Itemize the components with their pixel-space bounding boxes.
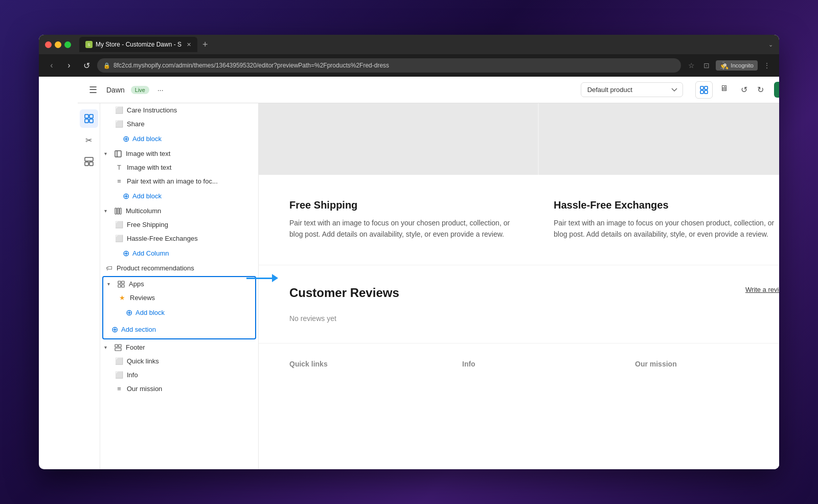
svg-rect-1 — [705, 86, 708, 89]
add-block-button-1[interactable]: ⊕ Add block — [100, 131, 258, 147]
title-bar: S My Store - Customize Dawn - S ✕ + ⌄ — [39, 35, 779, 54]
svg-rect-18 — [118, 285, 121, 287]
split-view-icon[interactable]: ⊡ — [700, 59, 713, 72]
browser-actions: ☆ ⊡ 🕵 Incognito ⋮ — [685, 59, 773, 72]
image-with-text-icon — [113, 150, 123, 157]
footer-icon — [113, 344, 123, 351]
nav-reload-button[interactable]: ↺ — [80, 59, 93, 72]
svg-rect-6 — [85, 119, 88, 123]
svg-rect-7 — [89, 119, 93, 123]
free-shipping-item[interactable]: ⬜ Free Shipping — [100, 218, 258, 232]
chevron-down-icon-2: ▾ — [104, 208, 110, 214]
svg-rect-13 — [115, 208, 117, 214]
preview-reviews-section: Customer Reviews Write a review No revie… — [259, 265, 779, 343]
svg-rect-14 — [118, 208, 119, 214]
close-button[interactable] — [45, 41, 52, 48]
preview-product-images — [259, 103, 779, 175]
chevron-down-icon-3: ▾ — [107, 281, 113, 287]
svg-rect-8 — [85, 157, 93, 161]
preview-content: Free Shipping Pair text with an image to… — [259, 103, 779, 469]
svg-rect-10 — [89, 162, 93, 166]
svg-rect-3 — [705, 90, 708, 94]
share-item[interactable]: ⬜ Share — [100, 117, 258, 131]
footer-info: Info — [462, 360, 615, 368]
desktop-view-button[interactable]: 🖥 — [717, 81, 731, 96]
add-column-button[interactable]: ⊕ Add Column — [100, 245, 258, 261]
sections-grid-icon[interactable] — [695, 81, 713, 99]
pair-text-item[interactable]: ≡ Pair text with an image to foc... — [100, 174, 258, 188]
our-mission-item[interactable]: ≡ Our mission — [100, 382, 258, 396]
footer-section[interactable]: ▾ Footer — [100, 340, 258, 354]
view-controls: 🖥 — [695, 81, 731, 99]
tab-close-icon[interactable]: ✕ — [187, 41, 191, 48]
bookmark-icon[interactable]: ☆ — [685, 59, 697, 72]
quick-links-item[interactable]: ⬜ Quick links — [100, 354, 258, 368]
app-toolbar: ☰ Dawn Live ··· Default product 🖥 ↺ ↻ Sa… — [78, 77, 779, 103]
write-review-link[interactable]: Write a review — [745, 286, 779, 293]
add-panel-button[interactable] — [80, 152, 98, 171]
section-icon-5: ⬜ — [115, 357, 124, 365]
multicolumn-section[interactable]: ▾ Multicolumn — [100, 204, 258, 218]
active-tab[interactable]: S My Store - Customize Dawn - S ✕ — [79, 37, 197, 52]
browser-menu-button[interactable]: ⋮ — [761, 59, 773, 72]
hassle-free-title: Hassle-Free Exchanges — [554, 199, 779, 211]
tab-area: S My Store - Customize Dawn - S ✕ + ⌄ — [79, 37, 773, 52]
svg-rect-21 — [119, 345, 121, 347]
footer-our-mission: Our mission — [635, 360, 779, 368]
section-icon: ⬜ — [115, 120, 124, 128]
theme-label: Dawn — [106, 86, 125, 94]
maximize-button[interactable] — [64, 41, 71, 48]
preview-image-col-2 — [539, 103, 779, 175]
svg-rect-4 — [85, 114, 88, 118]
preview-image-col-1 — [259, 103, 538, 175]
svg-rect-22 — [115, 348, 121, 351]
nav-forward-button[interactable]: › — [62, 59, 76, 72]
care-instructions-item[interactable]: ⬜ Care Instructions — [100, 103, 258, 117]
svg-rect-15 — [120, 208, 121, 214]
hassle-free-item[interactable]: ⬜ Hassle-Free Exchanges — [100, 232, 258, 245]
reviews-item[interactable]: ★ Reviews — [103, 291, 255, 305]
traffic-lights — [45, 41, 71, 48]
address-bar: ‹ › ↺ 🔒 8fc2cd.myshopify.com/admin/theme… — [39, 54, 779, 77]
info-item[interactable]: ⬜ Info — [100, 368, 258, 382]
blue-arrow-indicator — [246, 274, 278, 282]
preview-area[interactable]: Free Shipping Pair text with an image to… — [259, 103, 779, 469]
image-with-text-item[interactable]: T Image with text — [100, 161, 258, 174]
lines-icon: ≡ — [115, 177, 124, 185]
nav-back-button[interactable]: ‹ — [45, 59, 58, 72]
sections-panel: ⬜ Care Instructions ⬜ Share ⊕ Add block … — [100, 103, 259, 469]
arrow-line — [246, 278, 272, 279]
svg-rect-5 — [89, 114, 93, 118]
add-block-button-3[interactable]: ⊕ Add block — [103, 305, 255, 320]
apps-section[interactable]: ▾ Apps — [103, 277, 255, 291]
customize-panel-button[interactable]: ✂ — [80, 131, 98, 149]
undo-button[interactable]: ↺ — [737, 83, 752, 97]
reviews-header: Customer Reviews Write a review — [289, 286, 779, 308]
no-reviews-text: No reviews yet — [289, 314, 779, 323]
tab-overflow-icon[interactable]: ⌄ — [768, 41, 773, 48]
plus-icon-4: ⊕ — [126, 308, 132, 317]
plus-icon: ⊕ — [123, 134, 129, 144]
minimize-button[interactable] — [55, 41, 61, 48]
svg-rect-20 — [115, 345, 118, 347]
save-button[interactable]: Save — [774, 82, 779, 98]
sidebar-toggle-button[interactable]: ☰ — [86, 83, 100, 97]
product-selector[interactable]: Default product — [581, 82, 683, 97]
sections-panel-button[interactable] — [80, 109, 98, 128]
free-shipping-title: Free Shipping — [289, 199, 523, 211]
plus-circle-icon: ⊕ — [111, 325, 118, 334]
more-options-button[interactable]: ··· — [155, 84, 166, 96]
preview-free-shipping: Free Shipping Pair text with an image to… — [289, 199, 523, 240]
url-bar[interactable]: 🔒 8fc2cd.myshopify.com/admin/themes/1364… — [97, 58, 681, 73]
add-block-button-2[interactable]: ⊕ Add block — [100, 188, 258, 204]
new-tab-button[interactable]: + — [199, 38, 211, 51]
multicolumn-icon — [113, 208, 123, 215]
undo-redo-controls: ↺ ↻ — [737, 83, 768, 97]
image-with-text-section[interactable]: ▾ Image with text — [100, 147, 258, 161]
text-icon: T — [115, 164, 124, 171]
add-section-button[interactable]: ⊕ Add section — [103, 320, 255, 338]
lines-icon-2: ≡ — [115, 385, 124, 393]
preview-footer-section: Quick links Info Our mission — [259, 343, 779, 384]
redo-button[interactable]: ↻ — [754, 83, 768, 97]
product-recommendations-section[interactable]: 🏷 Product recommendations — [100, 261, 258, 275]
